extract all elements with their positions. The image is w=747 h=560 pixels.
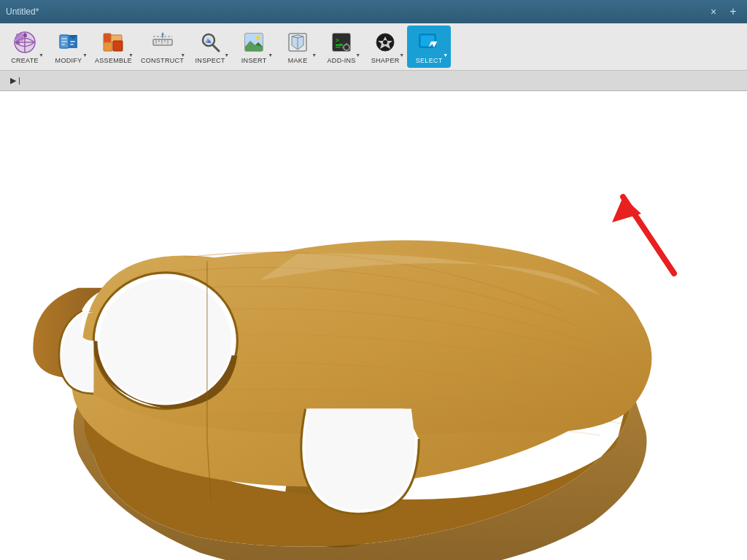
toolbar-item-shaper[interactable]: SHAPER ▼ xyxy=(363,26,407,68)
select-dropdown-arrow: ▼ xyxy=(443,52,448,58)
toolbar-item-construct[interactable]: CONSTRUCT ▼ xyxy=(136,26,188,68)
svg-rect-5 xyxy=(23,34,27,37)
new-tab-button[interactable]: + xyxy=(725,4,741,19)
addins-dropdown-arrow: ▼ xyxy=(355,52,360,58)
viewport xyxy=(0,91,747,560)
svg-rect-12 xyxy=(61,44,65,45)
svg-line-27 xyxy=(213,45,220,52)
construct-icon xyxy=(150,29,176,55)
sub-tool-play[interactable]: ▶ | xyxy=(6,74,25,87)
toolbar-item-insert[interactable]: INSERT ▼ xyxy=(232,26,276,68)
svg-rect-9 xyxy=(70,44,74,45)
make-label: MAKE xyxy=(288,57,308,64)
modify-label: MODIFY xyxy=(55,57,82,64)
svg-point-39 xyxy=(344,45,349,50)
svg-rect-4 xyxy=(16,34,23,41)
select-label: SELECT xyxy=(416,57,443,64)
assemble-label: ASSEMBLE xyxy=(95,57,132,64)
toolbar-item-select[interactable]: SELECT ▼ xyxy=(407,26,451,68)
create-label: CREATE xyxy=(11,57,39,64)
assemble-icon xyxy=(100,29,126,55)
svg-rect-37 xyxy=(336,47,341,48)
svg-rect-16 xyxy=(113,41,123,51)
addins-label: ADD-INS xyxy=(328,57,356,64)
svg-rect-8 xyxy=(70,41,75,42)
3d-model-area xyxy=(0,91,747,560)
svg-marker-25 xyxy=(161,32,164,35)
inspect-icon xyxy=(197,29,223,55)
construct-dropdown-arrow: ▼ xyxy=(180,52,185,58)
insert-label: INSERT xyxy=(241,57,267,64)
create-icon xyxy=(12,29,38,55)
toolbar-item-assemble[interactable]: ASSEMBLE ▼ xyxy=(90,26,136,68)
create-dropdown-arrow: ▼ xyxy=(39,52,44,58)
svg-rect-10 xyxy=(61,38,67,39)
svg-rect-42 xyxy=(342,47,344,48)
svg-rect-41 xyxy=(346,50,347,52)
svg-rect-6 xyxy=(16,41,20,44)
insert-dropdown-arrow: ▼ xyxy=(268,52,273,58)
svg-rect-40 xyxy=(346,43,347,45)
inspect-dropdown-arrow: ▼ xyxy=(224,52,229,58)
sub-toolbar: ▶ | xyxy=(0,71,747,91)
toolbar-item-addins[interactable]: >_ ADD-INS ▼ xyxy=(320,26,363,68)
shaper-dropdown-arrow: ▼ xyxy=(399,52,404,58)
toolbar-item-inspect[interactable]: INSPECT ▼ xyxy=(188,26,232,68)
close-tab-button[interactable]: × xyxy=(705,4,722,19)
toolbar-item-create[interactable]: CREATE ▼ xyxy=(3,26,47,68)
shaper-label: SHAPER xyxy=(371,57,400,64)
assemble-dropdown-arrow: ▼ xyxy=(128,52,133,58)
modify-dropdown-arrow: ▼ xyxy=(82,52,88,58)
svg-point-55 xyxy=(100,279,231,402)
svg-text:>_: >_ xyxy=(336,37,343,44)
svg-point-47 xyxy=(383,40,387,44)
toolbar-item-modify[interactable]: MODIFY ▼ xyxy=(47,26,90,68)
insert-icon xyxy=(241,29,267,55)
select-icon xyxy=(416,29,442,55)
svg-point-31 xyxy=(256,36,260,40)
shaper-icon xyxy=(372,29,398,55)
title-bar: Untitled* × + xyxy=(0,0,747,23)
construct-label: CONSTRUCT xyxy=(141,57,184,64)
make-icon xyxy=(285,29,311,55)
make-dropdown-arrow: ▼ xyxy=(311,52,317,58)
svg-rect-36 xyxy=(336,44,343,46)
svg-rect-11 xyxy=(61,41,67,42)
svg-rect-43 xyxy=(349,47,351,48)
svg-rect-15 xyxy=(104,34,111,42)
window-title: Untitled* xyxy=(6,7,703,17)
toolbar-item-make[interactable]: MAKE ▼ xyxy=(276,26,320,68)
main-toolbar: CREATE ▼ MODIFY ▼ xyxy=(0,23,747,71)
modify-icon xyxy=(55,29,82,55)
addins-icon: >_ xyxy=(328,29,355,55)
inspect-label: INSPECT xyxy=(196,57,225,64)
svg-rect-49 xyxy=(421,36,434,46)
